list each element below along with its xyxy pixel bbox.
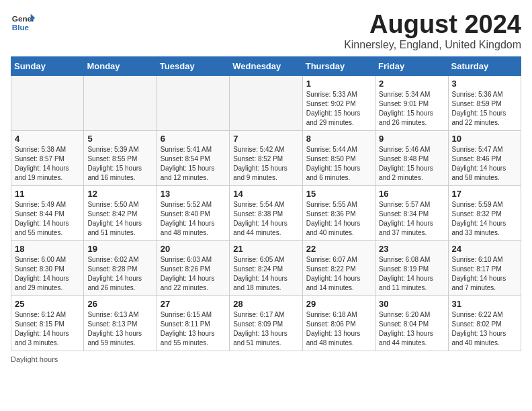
header-row: Sunday Monday Tuesday Wednesday Thursday… — [11, 56, 521, 75]
day-info: Sunrise: 6:22 AMSunset: 8:02 PMDaylight:… — [452, 310, 517, 348]
location-title: Kinnersley, England, United Kingdom — [344, 39, 521, 51]
day-info: Sunrise: 5:50 AMSunset: 8:42 PMDaylight:… — [87, 200, 152, 238]
calendar-cell: 15 Sunrise: 5:55 AMSunset: 8:36 PMDaylig… — [302, 185, 375, 240]
day-info: Sunrise: 5:47 AMSunset: 8:46 PMDaylight:… — [452, 145, 517, 183]
calendar-cell: 23 Sunrise: 6:08 AMSunset: 8:19 PMDaylig… — [375, 240, 448, 295]
day-info: Sunrise: 6:12 AMSunset: 8:15 PMDaylight:… — [15, 310, 80, 348]
logo-icon: General Blue — [11, 11, 35, 35]
calendar-cell: 5 Sunrise: 5:39 AMSunset: 8:55 PMDayligh… — [84, 130, 157, 185]
day-number: 12 — [87, 189, 152, 199]
day-info: Sunrise: 6:00 AMSunset: 8:30 PMDaylight:… — [15, 255, 80, 293]
calendar-cell: 18 Sunrise: 6:00 AMSunset: 8:30 PMDaylig… — [11, 240, 84, 295]
day-info: Sunrise: 6:20 AMSunset: 8:04 PMDaylight:… — [379, 310, 444, 348]
day-number: 19 — [87, 244, 152, 254]
col-friday: Friday — [375, 56, 448, 75]
day-number: 18 — [15, 244, 80, 254]
calendar-cell: 28 Sunrise: 6:17 AMSunset: 8:09 PMDaylig… — [230, 295, 302, 351]
calendar-cell: 22 Sunrise: 6:07 AMSunset: 8:22 PMDaylig… — [302, 240, 375, 295]
day-info: Sunrise: 5:57 AMSunset: 8:34 PMDaylight:… — [379, 200, 444, 238]
day-number: 2 — [379, 79, 444, 89]
day-number: 29 — [306, 299, 371, 309]
day-info: Sunrise: 6:07 AMSunset: 8:22 PMDaylight:… — [306, 255, 371, 293]
day-number: 15 — [306, 189, 371, 199]
calendar-week-1: 1 Sunrise: 5:33 AMSunset: 9:02 PMDayligh… — [11, 75, 521, 130]
day-number: 20 — [161, 244, 226, 254]
day-number: 1 — [306, 79, 371, 89]
day-info: Sunrise: 6:10 AMSunset: 8:17 PMDaylight:… — [452, 255, 517, 293]
day-info: Sunrise: 5:34 AMSunset: 9:01 PMDaylight:… — [379, 90, 444, 128]
calendar-cell: 21 Sunrise: 6:05 AMSunset: 8:24 PMDaylig… — [230, 240, 302, 295]
calendar-cell: 16 Sunrise: 5:57 AMSunset: 8:34 PMDaylig… — [375, 185, 448, 240]
day-info: Sunrise: 5:41 AMSunset: 8:54 PMDaylight:… — [161, 145, 226, 183]
day-number: 24 — [452, 244, 517, 254]
footer-note: Daylight hours — [11, 355, 521, 363]
calendar-cell: 6 Sunrise: 5:41 AMSunset: 8:54 PMDayligh… — [157, 130, 229, 185]
day-number: 9 — [379, 134, 444, 144]
day-info: Sunrise: 6:08 AMSunset: 8:19 PMDaylight:… — [379, 255, 444, 293]
day-info: Sunrise: 6:18 AMSunset: 8:06 PMDaylight:… — [306, 310, 371, 348]
day-number: 10 — [452, 134, 517, 144]
calendar-cell: 1 Sunrise: 5:33 AMSunset: 9:02 PMDayligh… — [302, 75, 375, 130]
day-info: Sunrise: 5:59 AMSunset: 8:32 PMDaylight:… — [452, 200, 517, 238]
day-number: 31 — [452, 299, 517, 309]
calendar-cell — [11, 75, 84, 130]
day-number: 21 — [233, 244, 298, 254]
month-title: August 2024 — [344, 11, 521, 39]
calendar-cell: 30 Sunrise: 6:20 AMSunset: 8:04 PMDaylig… — [375, 295, 448, 351]
day-info: Sunrise: 6:02 AMSunset: 8:28 PMDaylight:… — [87, 255, 152, 293]
calendar-cell: 14 Sunrise: 5:54 AMSunset: 8:38 PMDaylig… — [230, 185, 302, 240]
day-info: Sunrise: 5:52 AMSunset: 8:40 PMDaylight:… — [161, 200, 226, 238]
calendar-cell: 19 Sunrise: 6:02 AMSunset: 8:28 PMDaylig… — [84, 240, 157, 295]
day-info: Sunrise: 5:42 AMSunset: 8:52 PMDaylight:… — [233, 145, 298, 183]
calendar-cell: 3 Sunrise: 5:36 AMSunset: 8:59 PMDayligh… — [448, 75, 521, 130]
day-number: 30 — [379, 299, 444, 309]
day-number: 23 — [379, 244, 444, 254]
day-info: Sunrise: 5:55 AMSunset: 8:36 PMDaylight:… — [306, 200, 371, 238]
day-number: 6 — [161, 134, 226, 144]
day-number: 22 — [306, 244, 371, 254]
day-info: Sunrise: 6:03 AMSunset: 8:26 PMDaylight:… — [161, 255, 226, 293]
day-number: 14 — [233, 189, 298, 199]
day-number: 4 — [15, 134, 80, 144]
day-number: 8 — [306, 134, 371, 144]
col-monday: Monday — [84, 56, 157, 75]
calendar-week-3: 11 Sunrise: 5:49 AMSunset: 8:44 PMDaylig… — [11, 185, 521, 240]
day-info: Sunrise: 6:15 AMSunset: 8:11 PMDaylight:… — [161, 310, 226, 348]
calendar-cell: 20 Sunrise: 6:03 AMSunset: 8:26 PMDaylig… — [157, 240, 229, 295]
calendar-week-2: 4 Sunrise: 5:38 AMSunset: 8:57 PMDayligh… — [11, 130, 521, 185]
calendar-cell: 13 Sunrise: 5:52 AMSunset: 8:40 PMDaylig… — [157, 185, 229, 240]
title-block: August 2024 Kinnersley, England, United … — [344, 11, 521, 51]
calendar-cell: 12 Sunrise: 5:50 AMSunset: 8:42 PMDaylig… — [84, 185, 157, 240]
calendar-week-4: 18 Sunrise: 6:00 AMSunset: 8:30 PMDaylig… — [11, 240, 521, 295]
day-info: Sunrise: 5:46 AMSunset: 8:48 PMDaylight:… — [379, 145, 444, 183]
day-number: 26 — [87, 299, 152, 309]
day-info: Sunrise: 5:54 AMSunset: 8:38 PMDaylight:… — [233, 200, 298, 238]
calendar-cell — [157, 75, 229, 130]
day-number: 27 — [161, 299, 226, 309]
page-header: General Blue August 2024 Kinnersley, Eng… — [11, 11, 521, 51]
calendar-cell: 10 Sunrise: 5:47 AMSunset: 8:46 PMDaylig… — [448, 130, 521, 185]
day-info: Sunrise: 5:39 AMSunset: 8:55 PMDaylight:… — [87, 145, 152, 183]
col-saturday: Saturday — [448, 56, 521, 75]
day-number: 28 — [233, 299, 298, 309]
col-tuesday: Tuesday — [157, 56, 229, 75]
day-number: 16 — [379, 189, 444, 199]
calendar-cell: 29 Sunrise: 6:18 AMSunset: 8:06 PMDaylig… — [302, 295, 375, 351]
calendar-cell: 26 Sunrise: 6:13 AMSunset: 8:13 PMDaylig… — [84, 295, 157, 351]
calendar-cell: 27 Sunrise: 6:15 AMSunset: 8:11 PMDaylig… — [157, 295, 229, 351]
day-info: Sunrise: 6:05 AMSunset: 8:24 PMDaylight:… — [233, 255, 298, 293]
day-number: 17 — [452, 189, 517, 199]
day-number: 5 — [87, 134, 152, 144]
day-number: 25 — [15, 299, 80, 309]
calendar-cell: 17 Sunrise: 5:59 AMSunset: 8:32 PMDaylig… — [448, 185, 521, 240]
calendar-cell: 7 Sunrise: 5:42 AMSunset: 8:52 PMDayligh… — [230, 130, 302, 185]
calendar-cell: 25 Sunrise: 6:12 AMSunset: 8:15 PMDaylig… — [11, 295, 84, 351]
logo: General Blue — [11, 11, 35, 35]
day-number: 3 — [452, 79, 517, 89]
calendar-cell: 4 Sunrise: 5:38 AMSunset: 8:57 PMDayligh… — [11, 130, 84, 185]
calendar-cell — [84, 75, 157, 130]
calendar-table: Sunday Monday Tuesday Wednesday Thursday… — [11, 56, 521, 351]
col-sunday: Sunday — [11, 56, 84, 75]
col-thursday: Thursday — [302, 56, 375, 75]
day-number: 13 — [161, 189, 226, 199]
